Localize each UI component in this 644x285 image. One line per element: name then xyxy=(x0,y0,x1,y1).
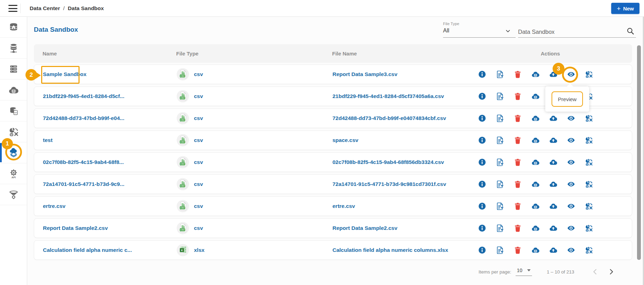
preview-button[interactable] xyxy=(567,180,575,188)
delete-button[interactable] xyxy=(514,246,522,254)
preview-button[interactable] xyxy=(567,224,575,232)
items-per-page-select[interactable]: 10 xyxy=(516,268,532,276)
cloud-data-button[interactable] xyxy=(531,70,540,78)
cloud-upload-button[interactable] xyxy=(549,158,557,166)
info-button[interactable] xyxy=(478,180,486,188)
file-name-link[interactable]: 72a14701-91c5-4771-b73d-9c981cd7301f.csv xyxy=(332,181,446,187)
doc-filter-button[interactable] xyxy=(496,70,504,78)
items-per-page-label: Items per page: xyxy=(479,269,511,275)
file-name-link[interactable]: 21bdf229-f945-4ed1-8284-d5cf37405a6a.csv xyxy=(332,93,444,99)
delete-button[interactable] xyxy=(514,180,522,188)
cloud-data-button[interactable] xyxy=(531,202,540,210)
doc-filter-button[interactable] xyxy=(496,92,504,100)
transform-button[interactable] xyxy=(585,158,593,166)
cloud-data-button[interactable] xyxy=(531,246,540,254)
cloud-data-button[interactable] xyxy=(531,136,540,144)
preview-button[interactable] xyxy=(567,202,575,210)
info-button[interactable] xyxy=(478,92,486,100)
row-name-link[interactable]: ertre.csv xyxy=(43,203,66,209)
cloud-data-button[interactable] xyxy=(531,92,540,100)
previous-page-button[interactable] xyxy=(591,268,599,276)
cloud-data-button[interactable] xyxy=(531,158,540,166)
row-name-link[interactable]: 72a14701-91c5-4771-b73d-9c9... xyxy=(43,181,125,187)
sidebar-item-database-home[interactable] xyxy=(0,17,27,38)
doc-filter-button[interactable] xyxy=(496,158,504,166)
file-type-select[interactable]: File Type All xyxy=(443,22,516,38)
transform-button[interactable] xyxy=(585,114,593,122)
doc-filter-button[interactable] xyxy=(496,202,504,210)
row-actions xyxy=(474,158,632,166)
hamburger-menu-icon[interactable] xyxy=(8,5,17,12)
info-button[interactable] xyxy=(478,136,486,144)
row-name-link[interactable]: Report Data Sample2.csv xyxy=(43,225,108,231)
doc-filter-button[interactable] xyxy=(496,246,504,254)
file-name-link[interactable]: 72d42488-dd73-47bd-b99f-e04074834cbf.csv xyxy=(332,115,446,121)
doc-filter-button[interactable] xyxy=(496,224,504,232)
cloud-upload-button[interactable] xyxy=(549,180,557,188)
sidebar-item-database-network[interactable] xyxy=(0,38,27,59)
doc-filter-button[interactable] xyxy=(496,180,504,188)
sidebar-item-server-rack[interactable] xyxy=(0,59,27,80)
row-actions xyxy=(474,202,632,210)
new-button[interactable]: + New xyxy=(611,3,639,14)
sidebar-item-cloud-code[interactable] xyxy=(0,100,27,121)
info-button[interactable] xyxy=(478,70,486,78)
preview-button[interactable] xyxy=(567,246,575,254)
cloud-data-button[interactable] xyxy=(531,224,540,232)
preview-button[interactable] xyxy=(567,158,575,166)
row-name-link[interactable]: 21bdf229-f945-4ed1-8284-d5cf... xyxy=(43,93,124,99)
next-page-button[interactable] xyxy=(607,268,615,276)
file-name-link[interactable]: Report Data Sample3.csv xyxy=(332,71,397,77)
row-name-link[interactable]: Calculation field alpha numeric c... xyxy=(43,247,132,253)
file-name-link[interactable]: space.csv xyxy=(332,137,358,143)
transform-button[interactable] xyxy=(585,136,593,144)
delete-button[interactable] xyxy=(514,202,522,210)
info-button[interactable] xyxy=(478,202,486,210)
table-row: ertre.csv csv ertre.csv xyxy=(34,196,632,216)
info-icon xyxy=(478,180,486,188)
cloud-upload-button[interactable] xyxy=(549,136,557,144)
info-button[interactable] xyxy=(478,246,486,254)
search-input[interactable] xyxy=(518,29,619,35)
cloud-upload-button[interactable] xyxy=(549,114,557,122)
delete-button[interactable] xyxy=(514,92,522,100)
vertical-scrollbar[interactable] xyxy=(637,45,641,260)
transform-button[interactable] xyxy=(585,70,593,78)
transform-button[interactable] xyxy=(585,246,593,254)
transform-button[interactable] xyxy=(585,180,593,188)
cloud-data-button[interactable] xyxy=(531,180,540,188)
breadcrumb-data-center[interactable]: Data Center xyxy=(30,5,60,12)
delete-button[interactable] xyxy=(514,224,522,232)
file-name-link[interactable]: 02c7f08b-82f5-4c15-9ab4-68f856db3324.csv xyxy=(332,159,444,165)
row-name-link[interactable]: 72d42488-dd73-47bd-b99f-e04... xyxy=(43,115,124,121)
search-icon[interactable] xyxy=(626,27,635,35)
transform-button[interactable] xyxy=(585,224,593,232)
preview-button[interactable] xyxy=(567,136,575,144)
delete-button[interactable] xyxy=(514,114,522,122)
doc-filter-button[interactable] xyxy=(496,114,504,122)
delete-button[interactable] xyxy=(514,136,522,144)
csv-file-icon xyxy=(177,222,189,234)
info-button[interactable] xyxy=(478,158,486,166)
sidebar-item-cloud-data[interactable] xyxy=(0,80,27,100)
cloud-upload-button[interactable] xyxy=(549,202,557,210)
sidebar-item-funnel-gear[interactable] xyxy=(0,184,27,205)
cloud-upload-button[interactable] xyxy=(549,246,557,254)
doc-filter-button[interactable] xyxy=(496,136,504,144)
file-name-link[interactable]: Calculation field alpha numeric columns.… xyxy=(332,247,448,253)
row-name-link[interactable]: 02c7f08b-82f5-4c15-9ab4-68f8... xyxy=(43,159,124,165)
info-button[interactable] xyxy=(478,224,486,232)
preview-button[interactable] xyxy=(567,114,575,122)
cloud-data-button[interactable] xyxy=(531,114,540,122)
delete-button[interactable] xyxy=(514,70,522,78)
row-name-link[interactable]: test xyxy=(43,137,53,143)
delete-button[interactable] xyxy=(514,158,522,166)
info-button[interactable] xyxy=(478,114,486,122)
file-name-link[interactable]: ertre.csv xyxy=(332,203,355,209)
search-field xyxy=(518,22,636,38)
cloud-upload-button[interactable] xyxy=(549,224,557,232)
sidebar-item-api-gear[interactable] xyxy=(0,163,27,184)
file-name-link[interactable]: Report Data Sample2.csv xyxy=(332,225,397,231)
main-content: Data Sandbox File Type All Name File Typ… xyxy=(27,17,644,285)
transform-button[interactable] xyxy=(585,202,593,210)
